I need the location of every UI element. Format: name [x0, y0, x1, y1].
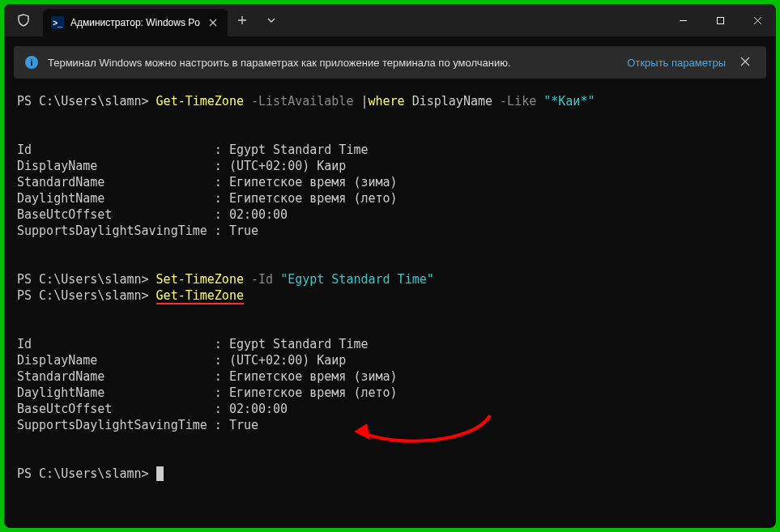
- param: -ListAvailable: [244, 94, 361, 109]
- minimize-button[interactable]: [664, 4, 701, 36]
- window-controls: [664, 4, 776, 36]
- command: Get-TimeZone: [156, 94, 244, 109]
- new-tab-button[interactable]: [228, 4, 257, 36]
- svg-rect-0: [717, 17, 723, 23]
- close-tab-button[interactable]: [207, 16, 220, 29]
- prompt: PS C:\Users\slamn>: [17, 272, 156, 287]
- cursor: [156, 466, 164, 481]
- terminal-area: PS C:\Users\slamn> Get-TimeZone -ListAva…: [4, 82, 776, 528]
- info-icon: i: [25, 56, 38, 69]
- output-line: StandardName : Египетское время (зима): [17, 369, 398, 384]
- info-bar: i Терминал Windows можно настроить в пар…: [14, 46, 766, 79]
- close-window-button[interactable]: [739, 4, 776, 36]
- output-line: SupportsDaylightSavingTime : True: [17, 223, 258, 238]
- output-line: StandardName : Египетское время (зима): [17, 175, 398, 189]
- output-line: Id : Egypt Standard Time: [17, 143, 368, 157]
- output-line: BaseUtcOffset : 02:00:00: [17, 402, 288, 416]
- terminal-output[interactable]: PS C:\Users\slamn> Get-TimeZone -ListAva…: [4, 82, 776, 528]
- output-line: Id : Egypt Standard Time: [17, 337, 368, 351]
- maximize-button[interactable]: [701, 4, 739, 36]
- prompt: PS C:\Users\slamn>: [17, 466, 156, 481]
- output-line: DisplayName : (UTC+02:00) Каир: [17, 353, 346, 368]
- tab-dropdown-button[interactable]: [257, 4, 286, 36]
- tab-active[interactable]: >_ Администратор: Windows Po: [43, 9, 228, 36]
- info-close-button[interactable]: [735, 57, 755, 69]
- titlebar: >_ Администратор: Windows Po: [4, 4, 776, 36]
- shield-icon: [4, 4, 43, 36]
- info-text: Терминал Windows можно настроить в парам…: [48, 57, 617, 69]
- output-line: BaseUtcOffset : 02:00:00: [17, 207, 288, 222]
- output-line: DaylightName : Египетское время (лето): [17, 191, 398, 206]
- open-settings-link[interactable]: Открыть параметры: [627, 57, 726, 69]
- output-line: DaylightName : Египетское время (лето): [17, 385, 398, 400]
- prompt: PS C:\Users\slamn>: [17, 94, 156, 109]
- powershell-icon: >_: [51, 16, 64, 29]
- prompt: PS C:\Users\slamn>: [17, 288, 156, 303]
- output-line: DisplayName : (UTC+02:00) Каир: [17, 159, 346, 173]
- output-line: SupportsDaylightSavingTime : True: [17, 418, 258, 432]
- tab-title: Администратор: Windows Po: [70, 17, 200, 28]
- terminal-window: >_ Администратор: Windows Po i: [4, 4, 776, 528]
- titlebar-drag-area[interactable]: [286, 4, 664, 36]
